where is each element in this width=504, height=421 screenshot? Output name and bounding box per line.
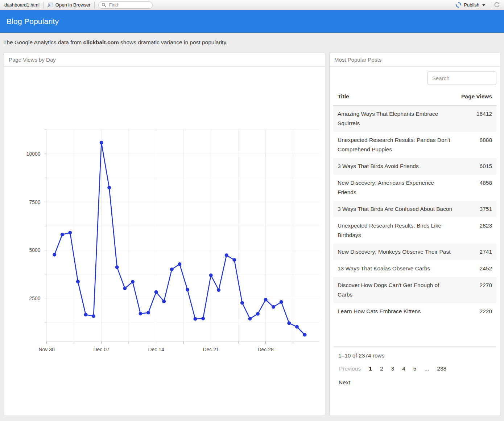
post-page-views: 16412 xyxy=(459,109,492,128)
find-input[interactable] xyxy=(108,2,149,8)
data-point xyxy=(115,265,119,269)
page-views-line-chart[interactable]: Nov 30Dec 07Dec 14Dec 21Dec 282500500075… xyxy=(4,67,325,416)
data-point xyxy=(256,312,260,316)
data-point xyxy=(123,286,127,290)
data-point xyxy=(272,305,275,309)
post-title: 3 Ways That Birds Are Confused About Bac… xyxy=(338,204,459,214)
viewer-tab-title[interactable]: dashboard1.html xyxy=(4,2,40,8)
page-ellipsis: ... xyxy=(420,363,433,374)
data-point xyxy=(170,267,174,271)
table-row: Amazing Ways That Elephants Embrace Squi… xyxy=(333,106,496,132)
chart-panel: Page Views by Day Nov 30Dec 07Dec 14Dec … xyxy=(4,53,325,416)
post-page-views: 6015 xyxy=(459,162,492,171)
pagination-info: 1–10 of 2374 rows xyxy=(338,352,496,359)
post-page-views: 2270 xyxy=(459,281,492,299)
column-header-page-views[interactable]: Page Views xyxy=(459,93,492,101)
table-row: Learn How Cats Embrace Kittens2220 xyxy=(333,303,496,320)
data-point xyxy=(217,288,220,292)
dashboard-subtitle: The Google Analytics data from clickbait… xyxy=(0,33,504,52)
x-axis-label: Dec 14 xyxy=(148,347,164,352)
page-button-3[interactable]: 3 xyxy=(387,363,398,374)
x-axis-label: Dec 21 xyxy=(203,347,219,352)
data-point xyxy=(92,314,95,318)
page-button-238[interactable]: 238 xyxy=(433,363,450,374)
post-page-views: 2741 xyxy=(459,247,492,257)
page-button-2[interactable]: 2 xyxy=(376,363,387,374)
search-icon xyxy=(102,3,106,7)
x-axis-label: Nov 30 xyxy=(38,347,55,352)
data-point xyxy=(53,253,56,257)
toolbar-separator xyxy=(94,2,95,8)
y-axis-label: 5000 xyxy=(29,247,40,253)
table-search-input[interactable] xyxy=(427,71,496,85)
chart-canvas[interactable]: Nov 30Dec 07Dec 14Dec 21Dec 282500500075… xyxy=(4,67,325,416)
y-axis-label: 2500 xyxy=(29,295,40,301)
dashboard-navbar: Blog Popularity xyxy=(0,10,504,33)
data-point xyxy=(107,186,111,189)
data-point xyxy=(84,313,87,316)
refresh-icon[interactable] xyxy=(493,1,500,8)
data-point xyxy=(139,312,142,315)
data-point xyxy=(186,288,189,291)
post-page-views: 2823 xyxy=(459,221,492,240)
open-in-browser-icon xyxy=(47,3,53,8)
data-point xyxy=(131,280,135,283)
subtitle-text-suffix: shows dramatic variance in post populari… xyxy=(119,39,228,45)
post-title: Discover How Dogs Can't Get Enough of Ca… xyxy=(338,281,459,299)
post-page-views: 3751 xyxy=(459,204,492,214)
x-axis-label: Dec 28 xyxy=(257,347,274,352)
post-title: 13 Ways That Koalas Observe Carbs xyxy=(338,264,459,273)
table-row: 3 Ways That Birds Are Confused About Bac… xyxy=(333,201,496,217)
post-page-views: 4858 xyxy=(459,178,492,197)
page-button-5[interactable]: 5 xyxy=(409,363,421,374)
table-row: New Discovery: Americans Experience Frie… xyxy=(333,175,496,201)
post-title: Learn How Cats Embrace Kittens xyxy=(338,307,459,316)
data-point xyxy=(178,262,181,266)
data-point xyxy=(68,231,72,234)
data-point xyxy=(225,253,228,257)
next-page-button[interactable]: Next xyxy=(335,377,354,388)
toolbar-separator xyxy=(43,2,44,8)
publish-button[interactable]: Publish xyxy=(464,2,479,8)
data-point xyxy=(280,300,283,304)
find-box xyxy=(98,1,153,9)
open-in-browser-label: Open in Browser xyxy=(55,2,91,8)
subtitle-text-prefix: The Google Analytics data from xyxy=(3,39,83,45)
publish-icon xyxy=(455,2,462,8)
data-point xyxy=(193,317,197,321)
toolbar-separator xyxy=(491,2,491,8)
data-point xyxy=(295,325,299,328)
publish-dropdown-caret[interactable] xyxy=(482,4,485,6)
data-point xyxy=(162,300,166,303)
post-page-views: 8888 xyxy=(459,135,492,154)
table-row: Unexpected Research Results: Pandas Don'… xyxy=(333,132,496,158)
data-point xyxy=(303,333,306,336)
data-point xyxy=(264,298,268,302)
table-rows: Amazing Ways That Elephants Embrace Squi… xyxy=(333,106,496,320)
column-header-title[interactable]: Title xyxy=(338,93,459,101)
table-row: Unexpected Research Results: Birds Like … xyxy=(333,217,496,244)
data-point xyxy=(76,280,80,283)
data-point xyxy=(240,301,244,304)
post-title: Unexpected Research Results: Pandas Don'… xyxy=(338,135,459,154)
open-in-browser-button[interactable]: Open in Browser xyxy=(47,2,91,8)
post-title: 3 Ways That Birds Avoid Friends xyxy=(338,162,459,171)
page-button-1[interactable]: 1 xyxy=(365,363,376,374)
page-button-4[interactable]: 4 xyxy=(398,363,409,374)
post-title: New Discovery: Monkeys Observe Their Pas… xyxy=(338,247,459,257)
previous-page-button[interactable]: Previous xyxy=(335,363,365,374)
table-panel-title: Most Popular Posts xyxy=(330,53,500,67)
data-point xyxy=(232,258,236,262)
post-title: New Discovery: Americans Experience Frie… xyxy=(338,178,459,197)
data-point xyxy=(146,311,150,315)
series-line xyxy=(54,143,305,335)
table-row: 3 Ways That Birds Avoid Friends6015 xyxy=(333,158,496,175)
data-point xyxy=(209,273,213,277)
page-title: Blog Popularity xyxy=(7,17,59,26)
post-page-views: 2220 xyxy=(459,307,492,316)
chart-panel-title: Page Views by Day xyxy=(4,53,325,67)
pagination-buttons: Previous 12345...238 xyxy=(335,363,496,374)
table-row: 13 Ways That Koalas Observe Carbs2452 xyxy=(333,260,496,277)
y-axis-label: 10000 xyxy=(26,151,41,157)
table-panel: Most Popular Posts Title Page Views Amaz… xyxy=(329,53,500,416)
